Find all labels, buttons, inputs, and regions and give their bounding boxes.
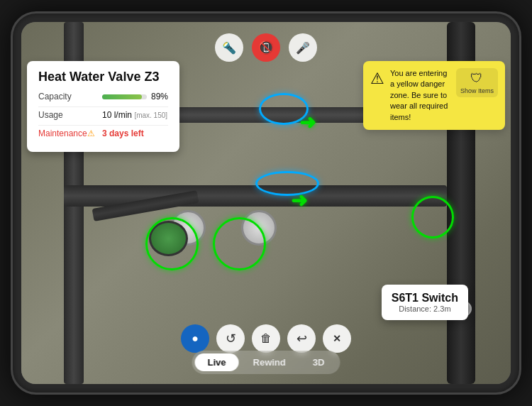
flashlight-icon: 🔦 <box>222 41 236 55</box>
draw-button[interactable]: ● <box>181 324 209 353</box>
mic-icon: 🎤 <box>296 41 310 55</box>
drawing-toolbar: ● ↺ 🗑 ↩ ✕ <box>181 324 351 353</box>
maintenance-row: Maintenance ⚠ 3 days left <box>38 128 168 138</box>
top-toolbar: 🔦 📵 🎤 <box>215 33 317 62</box>
divider-1 <box>38 106 168 107</box>
capacity-row: Capacity 89% <box>38 92 168 102</box>
ar-arrow-2: ➜ <box>291 189 307 212</box>
warning-icon: ⚠ <box>87 128 95 138</box>
capacity-value: 89% <box>151 92 168 102</box>
undo-button[interactable]: ↩ <box>287 324 316 353</box>
divider-2 <box>38 125 168 126</box>
delete-button[interactable]: 🗑 <box>252 324 280 353</box>
capacity-progress-fill <box>102 94 142 99</box>
close-icon: ✕ <box>333 333 341 344</box>
ar-annotation-circle-2 <box>213 217 266 270</box>
show-items-label: Show Items <box>460 87 494 94</box>
show-items-button[interactable]: 🛡 Show Items <box>456 68 498 97</box>
mode-tabs: Live Rewind 3D <box>192 351 340 374</box>
capacity-label: Capacity <box>38 92 102 102</box>
heat-valve-info-panel: Heat Water Valve Z3 Capacity 89% Usage 1… <box>27 61 179 152</box>
switch-title: S6T1 Switch <box>392 292 458 304</box>
tablet-screen: ➜ ➜ 🔦 📵 🎤 Heat Water Valve Z3 Capacity 8… <box>21 22 511 384</box>
usage-row: Usage 10 l/min [max. 150] <box>38 110 168 120</box>
trash-icon: 🗑 <box>260 332 272 345</box>
end-call-icon: 📵 <box>258 40 274 55</box>
safety-gear-icon: 🛡 <box>470 71 483 86</box>
warning-text: You are entering a yellow danger zone. B… <box>390 68 450 123</box>
end-call-button[interactable]: 📵 <box>252 33 280 62</box>
ar-annotation-ellipse-2 <box>255 171 319 196</box>
tab-live[interactable]: Live <box>195 353 239 371</box>
warning-banner: ⚠ You are entering a yellow danger zone.… <box>363 61 505 130</box>
maintenance-label: Maintenance ⚠ <box>38 128 102 138</box>
tablet-frame: ➜ ➜ 🔦 📵 🎤 Heat Water Valve Z3 Capacity 8… <box>11 11 521 395</box>
close-button[interactable]: ✕ <box>323 324 351 353</box>
maintenance-value: 3 days left <box>102 128 144 138</box>
usage-value: 10 l/min [max. 150] <box>102 110 167 120</box>
ar-annotation-circle-3 <box>411 196 454 238</box>
tab-rewind[interactable]: Rewind <box>240 353 299 371</box>
capacity-progress-bg <box>102 94 147 99</box>
lasso-icon: ↺ <box>226 331 236 346</box>
lasso-button[interactable]: ↺ <box>216 324 245 353</box>
warning-triangle-icon: ⚠ <box>370 70 384 88</box>
ar-arrow-1: ➜ <box>299 111 316 134</box>
valve-title: Heat Water Valve Z3 <box>38 70 168 84</box>
tab-3d[interactable]: 3D <box>300 353 338 371</box>
draw-circle-icon: ● <box>192 332 199 345</box>
switch-info-panel: S6T1 Switch Distance: 2.3m <box>382 285 468 320</box>
switch-distance: Distance: 2.3m <box>392 304 458 313</box>
mic-button[interactable]: 🎤 <box>289 33 317 62</box>
flashlight-button[interactable]: 🔦 <box>215 33 243 62</box>
undo-icon: ↩ <box>297 331 307 346</box>
usage-label: Usage <box>38 110 102 120</box>
ar-annotation-circle-1 <box>145 217 199 270</box>
